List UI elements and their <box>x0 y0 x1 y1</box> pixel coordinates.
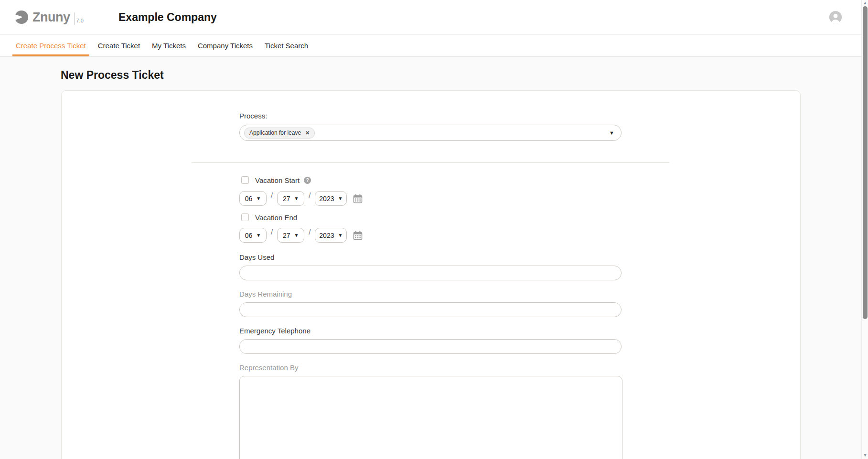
tab-company-tickets[interactable]: Company Tickets <box>194 35 256 56</box>
process-select[interactable]: Application for leave ✕ ▼ <box>239 125 622 141</box>
month-value: 06 <box>245 195 253 203</box>
chevron-down-icon: ▼ <box>338 196 343 201</box>
chevron-down-icon: ▼ <box>256 196 261 201</box>
day-value: 27 <box>283 232 290 239</box>
representation-by-label: Representation By <box>239 363 622 372</box>
date-separator: / <box>271 228 273 236</box>
znuny-logo[interactable]: Znuny 7.0 <box>14 10 96 25</box>
month-value: 06 <box>245 232 253 239</box>
main-content: New Process Ticket Process: Application … <box>0 69 868 459</box>
year-value: 2023 <box>319 195 334 203</box>
chevron-down-icon: ▼ <box>294 233 299 238</box>
vacation-start-month-select[interactable]: 06 ▼ <box>239 191 267 206</box>
date-separator: / <box>271 191 273 199</box>
calendar-icon[interactable] <box>353 231 363 240</box>
chevron-down-icon: ▼ <box>294 196 299 201</box>
vacation-start-day-select[interactable]: 27 ▼ <box>277 191 304 206</box>
days-used-input[interactable] <box>239 266 622 280</box>
vacation-start-checkbox[interactable] <box>241 176 249 184</box>
user-avatar-icon[interactable] <box>829 11 842 24</box>
vacation-end-day-select[interactable]: 27 ▼ <box>277 228 304 243</box>
remove-tag-icon[interactable]: ✕ <box>305 130 310 136</box>
vacation-end-month-select[interactable]: 06 ▼ <box>239 228 267 243</box>
help-icon[interactable]: ? <box>304 177 311 184</box>
logo-divider <box>74 12 75 25</box>
date-separator: / <box>309 191 311 199</box>
vertical-scrollbar[interactable]: ▲ ▼ <box>861 0 868 459</box>
vacation-start-label: Vacation Start <box>255 176 300 184</box>
top-bar: Znuny 7.0 Example Company <box>0 0 868 34</box>
emergency-telephone-label: Emergency Telephone <box>239 327 622 335</box>
process-tag-label: Application for leave <box>249 129 301 136</box>
vacation-start-date-row: 06 ▼ / 27 ▼ / 2023 ▼ <box>239 191 622 206</box>
emergency-telephone-input[interactable] <box>239 339 622 354</box>
znuny-logo-text: Znuny <box>32 10 70 25</box>
vacation-end-date-row: 06 ▼ / 27 ▼ / 2023 ▼ <box>239 228 622 243</box>
vacation-end-label: Vacation End <box>255 213 297 222</box>
tab-create-ticket[interactable]: Create Ticket <box>95 35 143 56</box>
company-title: Example Company <box>118 11 217 24</box>
main-navigation: Create Process Ticket Create Ticket My T… <box>0 34 868 57</box>
calendar-icon[interactable] <box>353 194 363 203</box>
scrollbar-thumb[interactable] <box>863 6 868 319</box>
process-selected-tag: Application for leave ✕ <box>244 128 315 139</box>
vacation-end-checkbox[interactable] <box>241 213 249 221</box>
scrollbar-down-arrow-icon[interactable]: ▼ <box>862 452 868 459</box>
days-remaining-label: Days Remaining <box>239 290 622 299</box>
vacation-start-year-select[interactable]: 2023 ▼ <box>315 191 347 206</box>
process-ticket-form-card: Process: Application for leave ✕ ▼ Vacat… <box>61 90 801 459</box>
scrollbar-up-arrow-icon[interactable]: ▲ <box>862 0 868 6</box>
chevron-down-icon: ▼ <box>609 130 614 136</box>
vacation-start-row: Vacation Start ? <box>239 175 622 185</box>
page-title: New Process Ticket <box>61 69 868 82</box>
days-used-label: Days Used <box>239 253 622 262</box>
znuny-logo-icon <box>14 10 29 24</box>
process-label: Process: <box>239 91 622 120</box>
vacation-end-year-select[interactable]: 2023 ▼ <box>315 228 347 243</box>
date-separator: / <box>309 228 311 236</box>
tab-create-process-ticket[interactable]: Create Process Ticket <box>12 35 89 56</box>
vacation-end-row: Vacation End <box>239 213 622 222</box>
tab-ticket-search[interactable]: Ticket Search <box>261 35 311 56</box>
day-value: 27 <box>283 195 290 203</box>
tab-my-tickets[interactable]: My Tickets <box>149 35 189 56</box>
representation-by-textarea[interactable] <box>239 376 622 459</box>
section-divider <box>192 162 669 163</box>
days-remaining-input[interactable] <box>239 302 622 317</box>
year-value: 2023 <box>319 232 334 239</box>
chevron-down-icon: ▼ <box>256 233 261 238</box>
znuny-version-label: 7.0 <box>76 18 84 23</box>
chevron-down-icon: ▼ <box>338 233 343 238</box>
